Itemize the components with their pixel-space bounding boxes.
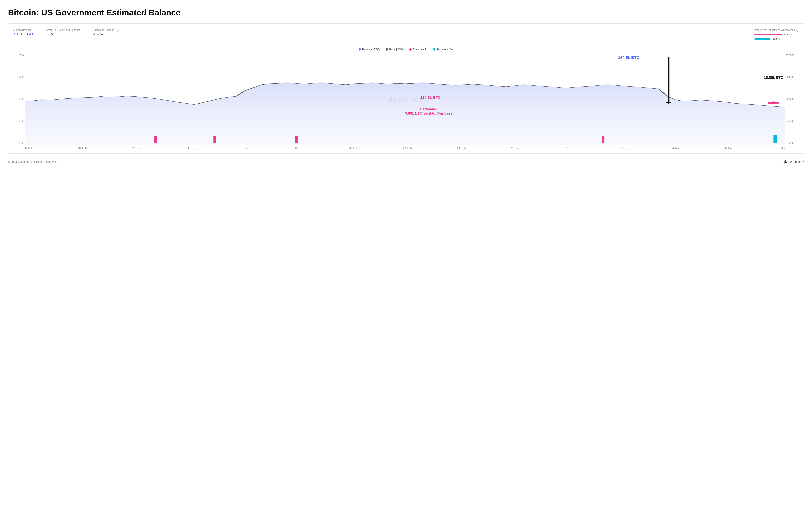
x-label-11: 2. Mar: [620, 146, 627, 149]
change-block: Change in Balance i -13.05%: [92, 28, 118, 41]
change-label: Change in Balance i: [92, 28, 118, 31]
page-title: Bitcoin: US Government Estimated Balance: [8, 8, 804, 17]
chart-svg: [25, 54, 785, 145]
legend-price: Price [USD]: [386, 48, 404, 51]
deposits-label: Amount of Deposits vs Withdrawals i: [754, 28, 799, 31]
withdrawal-bar: [754, 38, 770, 40]
y-axis-left: 150k 140k 130k 120k 110k: [15, 54, 24, 145]
transfers-out-dot: [433, 48, 435, 51]
annotation-change: -18.86k BTC: [763, 75, 783, 80]
footer: © 2023 Glassnode. All Rights Reserved. g…: [8, 159, 804, 164]
annotation-estimated: Estimated 9,861 BTC Sent to Coinbase: [405, 107, 453, 116]
x-label-8: 24. Feb: [457, 146, 466, 149]
legend-transfers-out: Transfers Out: [433, 48, 453, 51]
x-label-14: 8. Mar: [778, 146, 785, 149]
x-label-9: 26. Feb: [511, 146, 520, 149]
annotation-current: 125.6k BTC: [420, 95, 440, 100]
balance-dot: [359, 48, 361, 51]
spike-pink-2: [213, 136, 216, 143]
deposits-info-icon: i: [796, 29, 799, 31]
deposit-pct: 63.64%: [784, 33, 792, 36]
y-left-0: 150k: [15, 54, 24, 57]
y-right-4: $19200: [786, 141, 798, 144]
current-balance-value: BTC 125,643: [13, 32, 33, 36]
deposit-bar: [754, 34, 782, 35]
y-right-2: $22400: [786, 98, 798, 101]
spike-pink-3: [295, 136, 298, 143]
x-label-6: 20. Feb: [349, 146, 358, 149]
legend-transfers-out-label: Transfers Out: [436, 48, 453, 51]
current-balance-label: Current Balance: [13, 28, 33, 31]
x-label-13: 6. Mar: [725, 146, 733, 149]
stats-row: Current Balance BTC 125,643 Current % Su…: [13, 28, 799, 44]
deposits-block: Amount of Deposits vs Withdrawals i 63.6…: [754, 28, 799, 41]
supply-label: Current % Supply on Exchange: [45, 28, 81, 31]
transfers-in-dot: [409, 48, 411, 51]
y-right-1: $24000: [786, 75, 798, 78]
chart-area: 150k 140k 130k 120k 110k $25600 $24000 $…: [25, 54, 785, 145]
y-left-4: 110k: [15, 141, 24, 144]
spike-pink-1: [154, 136, 157, 143]
legend-transfers-in: Transfers In: [409, 48, 427, 51]
legend-balance: Balance [BTC]: [359, 48, 380, 51]
y-right-3: $20800: [786, 119, 798, 122]
x-label-5: 18. Feb: [294, 146, 303, 149]
spike-cyan-1: [773, 135, 777, 143]
y-left-3: 120k: [15, 119, 24, 122]
y-axis-right: $25600 $24000 $22400 $20800 $19200: [786, 54, 798, 145]
supply-block: Current % Supply on Exchange 0.65%: [45, 28, 81, 41]
legend-row: Balance [BTC] Price [USD] Transfers In T…: [13, 48, 799, 51]
withdrawal-pct: 36.36%: [772, 38, 781, 41]
supply-value: 0.65%: [45, 32, 81, 36]
y-left-2: 130k: [15, 98, 24, 101]
legend-price-label: Price [USD]: [389, 48, 404, 51]
x-label-12: 4. Mar: [672, 146, 680, 149]
spike-pink-4: [602, 136, 605, 143]
chart-wrapper: 150k 140k 130k 120k 110k $25600 $24000 $…: [25, 54, 785, 149]
footer-logo: glassnode: [782, 159, 804, 164]
x-label-10: 28. Feb: [566, 146, 574, 149]
annotation-peak: 144.5k BTC: [618, 55, 639, 60]
y-right-0: $25600: [786, 54, 798, 57]
x-label-4: 16. Feb: [241, 146, 249, 149]
x-label-0: 8. Feb: [25, 146, 32, 149]
current-balance-block: Current Balance BTC 125,643: [13, 28, 33, 41]
x-label-2: 12. Feb: [132, 146, 141, 149]
legend-balance-label: Balance [BTC]: [362, 48, 380, 51]
withdrawal-bar-row: 36.36%: [754, 38, 799, 41]
y-left-1: 140k: [15, 75, 24, 78]
x-axis: 8. Feb 10. Feb 12. Feb 14. Feb 16. Feb 1…: [25, 146, 785, 149]
chart-container: Current Balance BTC 125,643 Current % Su…: [8, 24, 804, 154]
price-dot: [386, 48, 388, 51]
transfer-in-marker: [767, 101, 780, 104]
x-label-1: 10. Feb: [78, 146, 87, 149]
change-value: -13.05%: [92, 32, 118, 36]
x-label-3: 14. Feb: [186, 146, 195, 149]
legend-transfers-in-label: Transfers In: [413, 48, 427, 51]
footer-copyright: © 2023 Glassnode. All Rights Reserved.: [8, 160, 58, 163]
change-info-icon: i: [116, 29, 118, 31]
x-label-7: 22. Feb: [403, 146, 412, 149]
deposit-bar-row: 63.64%: [754, 33, 799, 36]
